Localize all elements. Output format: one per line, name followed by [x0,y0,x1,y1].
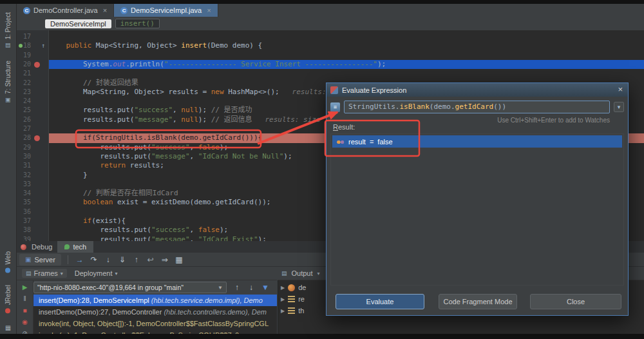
output-icon: ▤ [281,270,287,276]
run-control-strip: ▶‖■◉⊘ [17,280,33,334]
line-number: 19 [17,51,31,60]
filter-icon[interactable]: ▼ [260,282,270,293]
object-icon [288,307,295,315]
breakpoint-icon[interactable] [34,135,40,141]
chevron-down-icon: ▾ [115,271,118,276]
view-breakpoints-icon[interactable]: ▦ [174,255,184,265]
stop-icon[interactable]: ■ [21,306,30,315]
code-line-18[interactable]: 18↑ public Map<String, Object> insert(De… [17,41,644,50]
code-line-20[interactable]: 20 System.out.println("---------------- … [17,60,644,69]
code-text: return results; [49,161,164,170]
code-fragment-mode-button[interactable]: Code Fragment Mode [439,294,517,309]
debug-panel-title: Debug [32,243,52,251]
step-over-icon[interactable]: ↷ [89,255,99,265]
resume-icon[interactable]: ▶ [21,283,30,292]
expand-icon[interactable]: ▶ [281,285,285,291]
tool-stripe-item[interactable]: ▤1: Project [5,12,12,49]
code-text: results.put("message", "IdCard Exist"); [49,235,267,241]
code-text: results.put("message", null); // 返回信息 re… [49,115,321,124]
frame-up-icon[interactable]: ↑ [232,282,242,293]
code-line-19[interactable]: 19 [17,51,644,60]
line-number: 32 [17,171,31,180]
server-tab-label: Server [34,256,55,264]
tool-window-icon: ▣ [5,97,12,104]
code-text: public Map<String, Object> insert(Demo d… [49,41,262,50]
breadcrumb-method[interactable]: insert() [115,19,160,28]
code-text: System.out.println("---------------- Ser… [49,60,386,69]
dialog-titlebar[interactable]: Evaluate Expression × [327,83,628,97]
frame-down-icon[interactable]: ↓ [246,282,256,293]
line-number: 26 [17,115,31,124]
expand-icon[interactable]: ▶ [281,296,285,302]
frame-nav-icons: ↑↓▼ [232,282,270,293]
thread-selector[interactable]: "http-nio-8080-exec-40"@19,664 in group … [33,282,227,293]
close-icon[interactable]: × [618,84,623,94]
server-tab[interactable]: ▣ Server [19,254,61,266]
result-tree[interactable]: result = false [330,133,624,286]
stack-frame-row[interactable]: insert(Demo):28, DemoServiceImpl (hbi.te… [33,295,277,306]
line-number: 33 [17,180,31,189]
close-tab-icon[interactable]: × [103,6,107,14]
debug-session-tab[interactable]: tech [57,241,93,253]
frames-tab[interactable]: ▤ Frames ▾ [22,269,67,278]
close-tab-icon[interactable]: × [207,6,211,14]
step-out-icon[interactable]: ↑ [131,255,142,265]
class-icon: C [120,7,128,14]
step-into-icon[interactable]: ↓ [103,255,113,265]
toolbar-separator [68,255,68,264]
drop-frame-icon[interactable]: ↩ [146,255,156,265]
show-execution-point-icon[interactable]: → [75,255,85,265]
tool-stripe-item[interactable]: Web [5,251,12,273]
breadcrumb-class[interactable]: DemoServiceImpl [45,19,111,28]
tool-stripe-item[interactable]: JRebel [5,285,12,313]
stack-frame-row[interactable]: invoke(int, Object, Object[]):-1, DemoCo… [33,318,277,329]
tool-window-icon [6,268,11,273]
thread-row: "http-nio-8080-exec-40"@19,664 in group … [17,280,277,295]
force-step-into-icon[interactable]: ⇓ [117,255,128,265]
stepping-toolbar: →↷↓⇓↑↩⇒▦ [75,255,184,265]
overrides-icon[interactable]: ↑ [41,41,45,50]
evaluate-dialog-icon [330,86,338,94]
stack-frame-row[interactable]: insertDemo(Demo):27, DemoController (hbi… [33,306,277,318]
expression-input[interactable]: StringUtils.isBlank(demo.getIdCard()) [344,101,610,113]
chevron-down-icon: ▾ [317,271,320,276]
session-tab-label: tech [73,243,86,251]
line-number: 29 [17,143,31,152]
tool-stripe-item[interactable]: ▣7: Structure [5,61,12,104]
code-text: Map<String, Object> results = new HashMa… [49,88,335,97]
spring-boot-icon [64,244,70,249]
object-icon [288,296,295,303]
breakpoint-icon[interactable] [34,62,40,68]
result-row[interactable]: result = false [332,135,622,148]
evaluate-button[interactable]: Evaluate [336,294,424,309]
breadcrumb: DemoServiceImpl insert() [17,17,644,30]
stripe-corner-icon[interactable]: ▦ [5,324,11,331]
line-number: 21 [17,69,31,78]
deployment-tab[interactable]: Deployment ▾ [75,269,118,277]
output-tab[interactable]: Output [292,269,313,277]
frames-pane[interactable]: insert(Demo):28, DemoServiceImpl (hbi.te… [33,295,277,334]
view-breakpoints-side-icon[interactable]: ◉ [21,318,30,327]
line-number: 27 [17,124,31,133]
expand-icon[interactable]: ▶ [281,308,285,314]
tab-democontroller[interactable]: C DemoController.java × [17,4,114,17]
stack-frame-row[interactable]: invoke(...):-1, DemoController$$Enhancer… [33,329,277,334]
pause-icon[interactable]: ‖ [21,295,30,304]
code-text: boolean exist = existDemo(demo.getIdCard… [49,198,270,207]
line-number: 25 [17,106,31,115]
close-button[interactable]: Close [530,294,621,309]
class-icon: C [23,7,30,14]
editor-tab-bar: C DemoController.java × C DemoServiceImp… [17,4,644,17]
evaluate-expression-dialog: Evaluate Expression × ≡ StringUtils.isBl… [326,82,629,316]
expression-history-icon[interactable]: ▾ [614,102,624,112]
run-to-cursor-icon[interactable]: ⇒ [160,255,170,265]
code-line-17[interactable]: 17 [17,32,644,41]
code-text: results.put("message", "IdCard Not be Nu… [49,152,292,161]
result-eq: = [370,138,374,146]
line-number: 38 [17,226,31,235]
debugger-view-tabs: ▤ Frames ▾ Deployment ▾ [17,267,277,280]
tab-demoserviceimpl[interactable]: C DemoServiceImpl.java × [114,4,218,17]
dialog-title: Evaluate Expression [342,86,406,94]
code-line-21[interactable]: 21 [17,69,644,78]
frames-tab-label: Frames [34,269,58,277]
